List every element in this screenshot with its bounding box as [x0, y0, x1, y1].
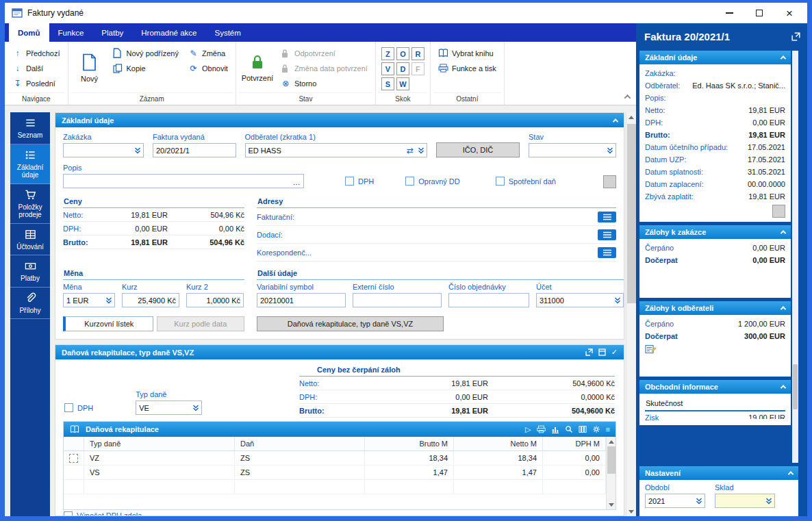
- dropdown-icon[interactable]: [763, 494, 774, 507]
- popout-icon[interactable]: [791, 32, 800, 41]
- section-header-zakladni[interactable]: Základní údaje: [55, 113, 624, 127]
- odberatel-input[interactable]: [246, 144, 405, 157]
- dropdown-icon[interactable]: [103, 294, 114, 307]
- scroll-thumb[interactable]: [627, 124, 636, 303]
- prev-button[interactable]: ↑Předchozí: [8, 46, 65, 60]
- functions-print-button[interactable]: Funkce a tisk: [433, 61, 501, 75]
- col-netto-m[interactable]: Netto M: [454, 437, 543, 450]
- confirm-button[interactable]: Potvrzení: [239, 44, 276, 92]
- jump-key-s[interactable]: S: [381, 77, 394, 90]
- mena-combobox[interactable]: [63, 293, 115, 307]
- dropdown-icon[interactable]: [132, 144, 143, 157]
- play-icon[interactable]: ▷: [525, 425, 531, 434]
- danova-rekapitulace-button[interactable]: Daňová rekapitulace, typ daně VS,VZ: [257, 316, 444, 331]
- panel-section-header[interactable]: Základní údaje: [639, 51, 791, 64]
- jump-key-o[interactable]: O: [396, 47, 409, 60]
- cislo-objednavky-input[interactable]: [448, 293, 529, 307]
- popout-icon[interactable]: [585, 348, 593, 356]
- typ-dane-input[interactable]: [136, 401, 190, 414]
- menu-icon[interactable]: ≡: [606, 425, 610, 433]
- tab-funkce[interactable]: Funkce: [49, 23, 93, 42]
- address-menu-button[interactable]: [598, 212, 616, 223]
- new-button[interactable]: Nový: [71, 44, 108, 92]
- change-button[interactable]: ✎Změna: [183, 46, 233, 60]
- faktura-input[interactable]: [153, 143, 236, 157]
- dropdown-icon[interactable]: [612, 294, 623, 307]
- tab-platby[interactable]: Platby: [92, 23, 132, 42]
- ico-dic-button[interactable]: IČO, DIČ: [436, 142, 520, 157]
- sklad-input[interactable]: [715, 494, 763, 507]
- externi-cislo-input[interactable]: [353, 293, 442, 307]
- variabilni-symbol-input[interactable]: [257, 293, 346, 307]
- spotrebni-dan-checkbox[interactable]: [496, 177, 505, 186]
- chevron-up-icon[interactable]: [781, 385, 786, 390]
- color-button[interactable]: [772, 205, 785, 218]
- sklad-combobox[interactable]: [715, 494, 775, 508]
- chevron-up-icon[interactable]: [788, 471, 794, 476]
- search-icon[interactable]: [565, 425, 573, 433]
- typ-dane-combobox[interactable]: [136, 401, 202, 415]
- layout-icon[interactable]: [598, 348, 606, 356]
- sidebar-item-prilohy[interactable]: Přílohy: [10, 288, 50, 320]
- vypocet-dph-checkbox[interactable]: [64, 511, 73, 516]
- tab-hromadne-akce[interactable]: Hromadné akce: [132, 23, 205, 42]
- scroll-down-arrow[interactable]: [607, 500, 616, 509]
- columns-icon[interactable]: [579, 425, 587, 433]
- popis-more-button[interactable]: …: [290, 174, 304, 188]
- sidebar-item-seznam[interactable]: Seznam: [10, 112, 50, 144]
- ucet-input[interactable]: [537, 294, 612, 307]
- scroll-down-arrow[interactable]: [626, 507, 636, 516]
- col-dan[interactable]: Daň: [235, 437, 365, 450]
- obdobi-combobox[interactable]: [645, 494, 705, 508]
- last-button[interactable]: ↧Poslední: [8, 76, 65, 90]
- col-dph-m[interactable]: DPH M: [543, 437, 606, 450]
- sidebar-item-polozky-prodeje[interactable]: Položky prodeje: [10, 184, 50, 224]
- dph-checkbox[interactable]: [345, 177, 354, 186]
- obdobi-input[interactable]: [646, 494, 694, 507]
- print-icon[interactable]: [537, 425, 546, 433]
- change-confirm-date-button[interactable]: Změna data potvrzení: [276, 61, 372, 75]
- panel-section-header[interactable]: Nastavení: [639, 466, 798, 480]
- zakazka-input[interactable]: [64, 144, 132, 157]
- address-menu-button[interactable]: [598, 247, 616, 258]
- sidebar-item-zakladni-udaje[interactable]: Základní údaje: [10, 144, 50, 184]
- table-row[interactable]: VS ZS 1,47 1,47 0,00: [64, 466, 606, 480]
- tab-skutecnost[interactable]: Skutečnost: [645, 396, 785, 411]
- close-button[interactable]: ×: [774, 3, 804, 23]
- scroll-up-arrow[interactable]: [607, 437, 616, 446]
- sidebar-item-uctovani[interactable]: Účtování: [10, 224, 50, 256]
- zakazka-combobox[interactable]: [63, 143, 144, 157]
- jump-key-f[interactable]: F: [411, 62, 424, 75]
- color-button[interactable]: [603, 175, 616, 188]
- maximize-button[interactable]: [744, 3, 774, 23]
- collapse-ribbon-button[interactable]: [622, 92, 632, 101]
- jump-key-w[interactable]: W: [396, 77, 409, 90]
- exchange-icon[interactable]: ⇄: [405, 146, 416, 155]
- sidebar-item-platby[interactable]: Platby: [10, 255, 50, 288]
- dropdown-icon[interactable]: [416, 144, 427, 157]
- col-brutto-m[interactable]: Brutto M: [365, 437, 454, 450]
- panel-section-header[interactable]: Zálohy k odběrateli: [639, 301, 791, 315]
- next-button[interactable]: ↓Další: [8, 61, 65, 75]
- odberatel-combobox[interactable]: ⇄: [245, 143, 428, 157]
- chevron-up-icon[interactable]: [613, 118, 618, 124]
- chevron-up-icon[interactable]: [781, 306, 786, 312]
- jump-key-z[interactable]: Z: [381, 47, 394, 60]
- kurz-input[interactable]: [122, 293, 179, 307]
- tax-dph-checkbox[interactable]: [64, 403, 73, 412]
- check-icon[interactable]: ✓: [611, 348, 618, 357]
- panel-scrollbar[interactable]: [792, 51, 798, 463]
- panel-section-header[interactable]: Zálohy k zakázce: [639, 225, 791, 239]
- new-child-button[interactable]: Nový podřízený: [108, 46, 183, 60]
- dropdown-icon[interactable]: [694, 494, 705, 507]
- stav-combobox[interactable]: [529, 143, 616, 157]
- opravny-dd-checkbox[interactable]: [405, 177, 414, 186]
- main-scrollbar[interactable]: [626, 112, 636, 516]
- tab-system[interactable]: Systém: [205, 23, 249, 42]
- table-row[interactable]: VZ ZS 18,34 18,34 0,00: [64, 451, 606, 466]
- jump-key-d[interactable]: D: [396, 62, 409, 75]
- minimize-button[interactable]: [714, 3, 744, 23]
- unconfirm-button[interactable]: Odpotvrzení: [276, 46, 372, 60]
- table-row-empty[interactable]: [64, 480, 606, 494]
- table-scrollbar[interactable]: [606, 437, 616, 509]
